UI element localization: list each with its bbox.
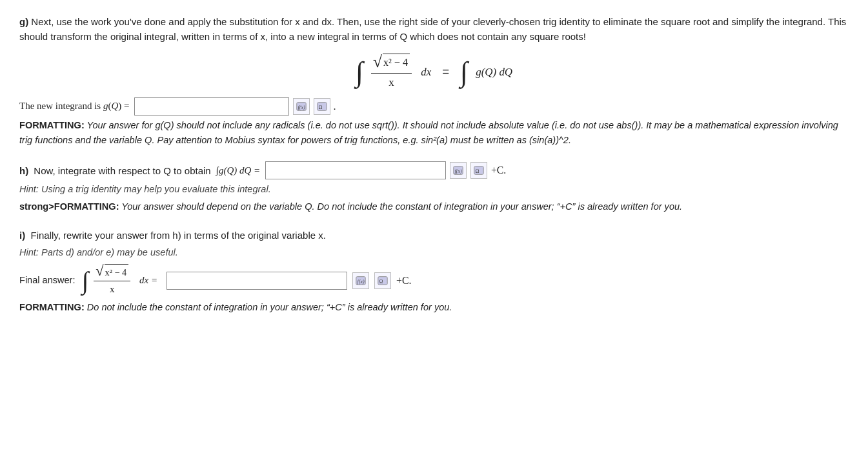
part-i-label: i) bbox=[19, 230, 25, 241]
part-i-description: i) Finally, rewrite your answer from h) … bbox=[19, 228, 849, 243]
dx-label-lhs: dx bbox=[418, 64, 431, 81]
integral-sign-final: ∫ bbox=[82, 268, 89, 293]
final-answer-input[interactable] bbox=[167, 272, 347, 290]
final-sqrt-content: x² − 4 bbox=[105, 264, 129, 279]
rhs-expression: g(Q) dQ bbox=[476, 64, 512, 81]
part-g-text: Next, use the work you've done and apply… bbox=[19, 16, 846, 42]
part-h-section: h) Now, integrate with respect to Q to o… bbox=[19, 161, 849, 214]
integral-sign-lhs: ∫ bbox=[356, 58, 363, 86]
final-sqrt-expression: √ x² − 4 bbox=[96, 264, 128, 279]
formatting-bold-i: FORMATTING: bbox=[19, 302, 85, 312]
part-h-integral-label: ∫g(Q) dQ = bbox=[216, 163, 263, 178]
formula-icon-final: f(x) bbox=[355, 275, 367, 287]
part-g-section: g) Next, use the work you've done and ap… bbox=[19, 14, 849, 147]
part-h-label: h) bbox=[19, 163, 28, 178]
part-g-description: g) Next, use the work you've done and ap… bbox=[19, 14, 849, 45]
dx-label-final: dx = bbox=[137, 273, 157, 288]
special-char-icon-final: Ω bbox=[377, 275, 389, 287]
part-i-hint: Hint: Parts d) and/or e) may be useful. bbox=[19, 245, 849, 260]
part-h-formatting: strong>FORMATTING: Your answer should de… bbox=[19, 199, 849, 214]
final-sqrt-sign: √ bbox=[96, 264, 103, 279]
part-h-desc: Now, integrate with respect to Q to obta… bbox=[31, 163, 214, 178]
formula-icon-h1: f(x) bbox=[452, 165, 464, 176]
special-char-icon-btn-final[interactable]: Ω bbox=[374, 272, 391, 289]
sqrt-content: x² − 4 bbox=[383, 54, 410, 71]
period-g: . bbox=[333, 98, 336, 115]
part-i-section: i) Finally, rewrite your answer from h) … bbox=[19, 228, 849, 314]
final-label: Final answer: bbox=[19, 273, 76, 288]
special-char-icon-h1: Ω bbox=[473, 165, 485, 176]
part-h-hint: Hint: Using a trig identity may help you… bbox=[19, 182, 849, 197]
sqrt-sign: √ bbox=[373, 54, 382, 70]
part-h-row: h) Now, integrate with respect to Q to o… bbox=[19, 161, 849, 179]
svg-text:f(x): f(x) bbox=[358, 278, 365, 284]
sqrt-expression: √ x² − 4 bbox=[373, 54, 410, 71]
special-char-icon-btn-g1[interactable]: Ω bbox=[314, 98, 330, 115]
formula-icon-btn-final[interactable]: f(x) bbox=[352, 272, 369, 289]
special-char-icon-btn-h1[interactable]: Ω bbox=[470, 162, 487, 179]
formatting-text-g: Your answer for g(Q) should not include … bbox=[19, 120, 838, 145]
part-g-formatting: FORMATTING: Your answer for g(Q) should … bbox=[19, 118, 849, 147]
integral-sign-rhs: ∫ bbox=[460, 58, 468, 86]
formatting-text-h: Your answer should depend on the variabl… bbox=[119, 201, 682, 212]
formatting-bold-g: FORMATTING: bbox=[19, 120, 85, 130]
formula-icon-btn-g1[interactable]: f(x) bbox=[293, 98, 310, 115]
formula-icon-g1: f(x) bbox=[296, 101, 307, 112]
final-answer-row: Final answer: ∫ √ x² − 4 x dx = f(x) Ω bbox=[19, 264, 849, 297]
svg-text:f(x): f(x) bbox=[298, 105, 306, 110]
svg-text:Ω: Ω bbox=[476, 168, 479, 174]
part-g-label: g) bbox=[19, 16, 28, 27]
final-numerator: √ x² − 4 bbox=[94, 264, 130, 281]
lhs-fraction: √ x² − 4 x bbox=[371, 54, 412, 92]
plus-c-final: +C. bbox=[396, 273, 411, 288]
part-i-text: Finally, rewrite your answer from h) in … bbox=[28, 230, 326, 241]
new-integrand-row: The new integrand is g(Q) = f(x) Ω . bbox=[19, 97, 849, 116]
lhs-numerator: √ x² − 4 bbox=[371, 54, 412, 74]
part-g-integral-display: ∫ √ x² − 4 x dx = ∫ g(Q) dQ bbox=[19, 54, 849, 92]
formatting-text-i: Do not include the constant of integrati… bbox=[85, 302, 452, 312]
svg-text:Ω: Ω bbox=[319, 105, 323, 110]
formatting-bold-h: strong>FORMATTING: bbox=[19, 201, 119, 212]
final-denominator: x bbox=[108, 281, 117, 297]
formula-icon-btn-h1[interactable]: f(x) bbox=[450, 162, 467, 179]
part-i-formatting: FORMATTING: Do not include the constant … bbox=[19, 300, 849, 315]
new-integrand-input[interactable] bbox=[134, 97, 289, 116]
svg-text:Ω: Ω bbox=[379, 278, 383, 284]
equals-lhs-rhs: = bbox=[442, 63, 449, 81]
svg-text:f(x): f(x) bbox=[455, 168, 463, 174]
new-integrand-label: The new integrand is g(Q) = bbox=[19, 99, 132, 114]
final-fraction: √ x² − 4 x bbox=[94, 264, 130, 297]
plus-c-h: +C. bbox=[491, 163, 506, 178]
part-h-input[interactable] bbox=[265, 161, 446, 179]
special-char-icon-g1: Ω bbox=[316, 101, 328, 112]
lhs-denominator: x bbox=[387, 74, 396, 91]
